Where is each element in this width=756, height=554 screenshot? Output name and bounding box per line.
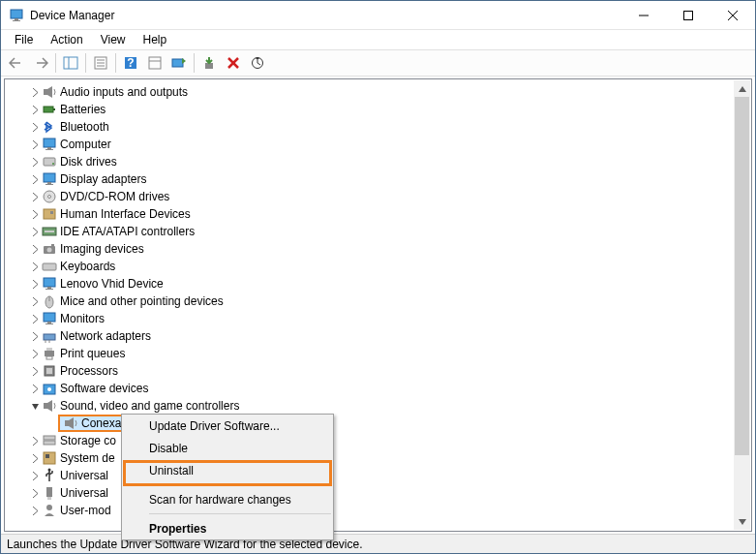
tree-category[interactable]: DVD/CD-ROM drives: [5, 188, 751, 205]
tree-device-selected[interactable]: Conexant SmartAudio HD: [5, 415, 751, 432]
device-tree[interactable]: Audio inputs and outputs Batteries Bluet…: [5, 79, 751, 523]
tree-category-expanded[interactable]: Sound, video and game controllers: [5, 397, 751, 415]
menu-file[interactable]: File: [7, 31, 41, 48]
tree-category[interactable]: IDE ATA/ATAPI controllers: [5, 223, 751, 240]
category-label: Keyboards: [60, 260, 115, 273]
scroll-up-button[interactable]: [734, 80, 750, 97]
svg-rect-64: [65, 420, 69, 426]
tree-category[interactable]: Universal: [5, 467, 751, 484]
device-icon: [42, 468, 57, 483]
forward-button[interactable]: [29, 52, 52, 74]
tree-category[interactable]: Keyboards: [5, 258, 751, 275]
expander-icon[interactable]: [29, 330, 41, 342]
tree-category[interactable]: Bluetooth: [5, 118, 751, 136]
ctx-uninstall[interactable]: Uninstall: [122, 459, 333, 481]
expander-icon[interactable]: [29, 487, 41, 499]
expander-icon[interactable]: [29, 226, 41, 237]
expander-icon[interactable]: [29, 86, 41, 98]
expander-icon[interactable]: [29, 348, 41, 359]
tree-category[interactable]: Monitors: [5, 310, 751, 327]
svg-rect-31: [47, 182, 51, 184]
tree-category[interactable]: Software devices: [5, 380, 751, 397]
expander-icon[interactable]: [29, 452, 41, 464]
svg-rect-70: [46, 487, 52, 497]
category-label: Display adapters: [60, 172, 146, 186]
menu-action[interactable]: Action: [43, 31, 90, 48]
expander-icon[interactable]: [29, 156, 41, 168]
tree-category[interactable]: Human Interface Devices: [5, 205, 751, 223]
device-icon: [42, 398, 57, 414]
svg-rect-26: [47, 147, 51, 149]
list-button[interactable]: [143, 52, 166, 74]
tree-category[interactable]: Mice and other pointing devices: [5, 292, 751, 310]
expander-icon[interactable]: [29, 435, 41, 446]
scroll-thumb[interactable]: [735, 97, 749, 455]
expander-icon[interactable]: [29, 313, 41, 324]
ctx-scan[interactable]: Scan for hardware changes: [122, 488, 333, 510]
tree-category[interactable]: Universal: [5, 484, 751, 502]
svg-rect-51: [47, 322, 51, 323]
show-hide-button[interactable]: [59, 52, 82, 74]
scroll-down-button[interactable]: [734, 513, 750, 530]
vertical-scrollbar[interactable]: [734, 80, 750, 530]
device-icon: [42, 224, 57, 239]
properties-button[interactable]: [89, 52, 112, 74]
svg-rect-41: [51, 244, 54, 246]
tree-category[interactable]: Disk drives: [5, 153, 751, 170]
device-icon: [42, 381, 57, 396]
ctx-disable[interactable]: Disable: [122, 437, 333, 459]
menu-help[interactable]: Help: [136, 31, 175, 48]
svg-rect-56: [45, 351, 54, 356]
minimize-button[interactable]: [621, 1, 666, 29]
expander-icon[interactable]: [29, 104, 41, 115]
tree-category[interactable]: Processors: [5, 362, 751, 380]
ctx-update-driver[interactable]: Update Driver Software...: [122, 415, 333, 437]
tree-category[interactable]: Audio inputs and outputs: [5, 83, 751, 101]
svg-rect-30: [44, 173, 55, 182]
tree-category[interactable]: Display adapters: [5, 170, 751, 188]
svg-rect-65: [44, 436, 55, 440]
help-button[interactable]: ?: [119, 52, 142, 74]
expander-icon[interactable]: [29, 505, 41, 516]
menu-bar: File Action View Help: [1, 30, 755, 49]
tree-category[interactable]: Storage co: [5, 432, 751, 449]
category-label: Software devices: [60, 382, 148, 395]
device-icon: [42, 241, 57, 257]
expander-icon[interactable]: [29, 191, 41, 202]
expander-icon[interactable]: [29, 208, 41, 220]
tree-category[interactable]: Imaging devices: [5, 240, 751, 258]
expander-icon[interactable]: [29, 261, 41, 272]
close-button[interactable]: [711, 1, 755, 29]
scan-button[interactable]: [246, 52, 269, 74]
svg-rect-45: [44, 278, 55, 287]
tree-category[interactable]: Network adapters: [5, 327, 751, 345]
expander-icon[interactable]: [29, 470, 41, 481]
expander-icon[interactable]: [29, 243, 41, 255]
tree-category[interactable]: Batteries: [5, 101, 751, 118]
tree-category[interactable]: Print queues: [5, 345, 751, 362]
tree-category[interactable]: System de: [5, 449, 751, 467]
update-driver-button[interactable]: [167, 52, 191, 74]
expander-icon[interactable]: [29, 278, 41, 290]
expander-icon[interactable]: [29, 365, 41, 377]
back-button[interactable]: [5, 52, 28, 74]
ctx-properties[interactable]: Properties: [122, 517, 333, 539]
expander-icon[interactable]: [29, 173, 41, 185]
menu-view[interactable]: View: [93, 31, 134, 48]
uninstall-button[interactable]: [222, 52, 245, 74]
svg-rect-66: [44, 441, 55, 445]
tree-category[interactable]: User-mod: [5, 502, 751, 519]
expander-icon[interactable]: [29, 121, 41, 133]
expander-icon[interactable]: [29, 138, 41, 150]
category-label: Human Interface Devices: [60, 207, 191, 221]
expander-down-icon[interactable]: [29, 400, 41, 412]
maximize-button[interactable]: [666, 1, 711, 29]
tree-category[interactable]: Computer: [5, 136, 751, 153]
install-button[interactable]: [197, 52, 221, 74]
expander-icon[interactable]: [29, 383, 41, 394]
svg-rect-27: [45, 149, 53, 150]
device-icon: [63, 416, 78, 431]
tree-category[interactable]: Lenovo Vhid Device: [5, 275, 751, 292]
svg-point-62: [47, 387, 51, 391]
expander-icon[interactable]: [29, 295, 41, 307]
